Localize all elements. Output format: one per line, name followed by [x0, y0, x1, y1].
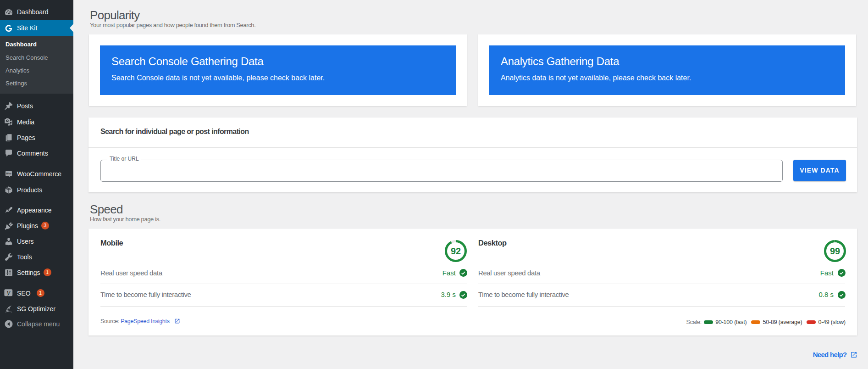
svg-text:Woo: Woo: [6, 172, 11, 175]
svg-text:y: y: [6, 289, 11, 297]
svg-text:92: 92: [451, 246, 461, 256]
svg-text:99: 99: [830, 246, 840, 256]
